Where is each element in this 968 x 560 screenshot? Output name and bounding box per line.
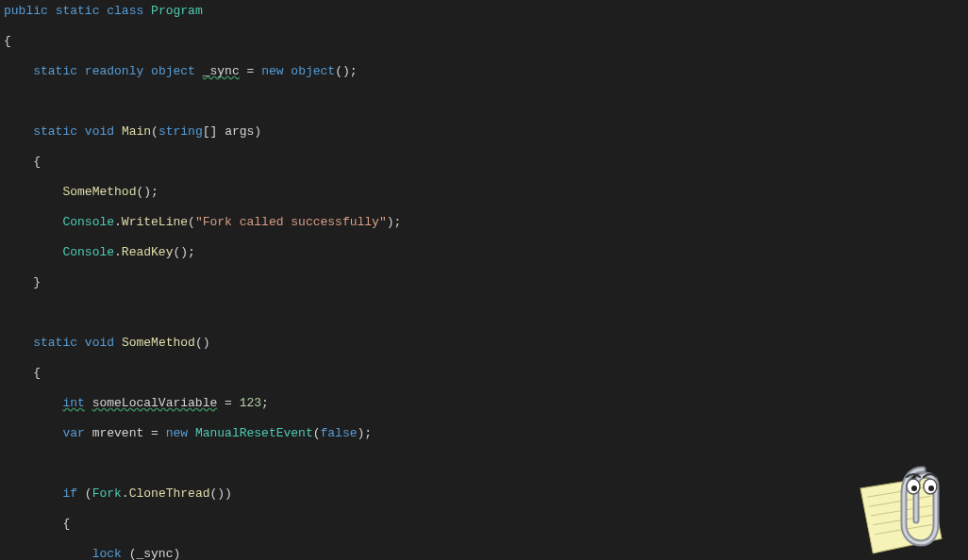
kw: var bbox=[62, 426, 84, 440]
kw: object bbox=[151, 64, 195, 78]
kw: lock bbox=[92, 547, 122, 560]
ctor: object bbox=[291, 64, 335, 78]
type: ManualResetEvent bbox=[195, 426, 313, 440]
kw: static bbox=[33, 64, 77, 78]
type: Console bbox=[62, 215, 114, 229]
kw-static: static bbox=[56, 4, 100, 18]
main-method: Main bbox=[122, 124, 151, 139]
kw-class: class bbox=[107, 4, 143, 18]
svg-point-9 bbox=[928, 486, 934, 491]
local: mrevent bbox=[92, 426, 144, 440]
type: Fork bbox=[92, 486, 122, 501]
param: args bbox=[225, 124, 254, 139]
kw: new bbox=[261, 64, 283, 78]
type: Console bbox=[62, 245, 114, 259]
call: WriteLine bbox=[122, 215, 188, 229]
kw: if bbox=[62, 486, 77, 501]
kw: string bbox=[159, 124, 203, 139]
num: 123 bbox=[240, 396, 261, 410]
call: SomeMethod bbox=[62, 185, 136, 199]
code-editor[interactable]: public static class Program { static rea… bbox=[4, 4, 968, 560]
string: "Fork called successfully" bbox=[195, 215, 387, 229]
kw: readonly bbox=[85, 64, 143, 78]
kw: static bbox=[33, 124, 77, 139]
op: = bbox=[240, 64, 261, 78]
call: ReadKey bbox=[122, 245, 174, 259]
clippy-assistant[interactable] bbox=[857, 462, 960, 556]
field-sync: _sync bbox=[203, 64, 240, 78]
kw: void bbox=[85, 124, 114, 139]
kw: static bbox=[33, 336, 77, 350]
kw: void bbox=[85, 336, 114, 350]
local: someLocalVariable bbox=[92, 396, 218, 410]
classname: Program bbox=[151, 4, 203, 18]
svg-point-8 bbox=[911, 486, 917, 491]
kw: new bbox=[166, 426, 188, 440]
kw-public: public bbox=[4, 4, 48, 18]
method: SomeMethod bbox=[122, 336, 195, 350]
ref: _sync bbox=[136, 547, 173, 560]
call: CloneThread bbox=[129, 486, 210, 501]
kw: int bbox=[62, 396, 84, 410]
kw: false bbox=[321, 426, 358, 440]
